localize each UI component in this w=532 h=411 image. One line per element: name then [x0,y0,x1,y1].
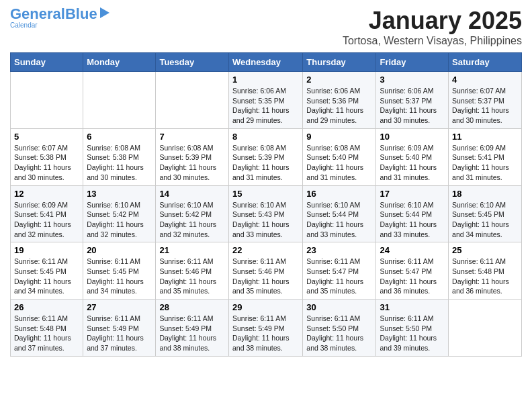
day-number: 1 [232,75,299,85]
calendar-subtitle: Tortosa, Western Visayas, Philippines [343,35,522,47]
day-cell: 4Sunrise: 6:07 AMSunset: 5:37 PMDaylight… [449,72,522,129]
day-number: 2 [306,75,372,85]
day-cell: 11Sunrise: 6:09 AMSunset: 5:41 PMDayligh… [449,128,522,185]
day-detail: Sunrise: 6:11 AMSunset: 5:49 PMDaylight:… [87,314,152,353]
day-number: 8 [232,132,299,142]
header-saturday: Saturday [449,53,522,72]
day-cell: 1Sunrise: 6:06 AMSunset: 5:35 PMDaylight… [228,72,302,129]
header-tuesday: Tuesday [156,53,229,72]
header-thursday: Thursday [303,53,376,72]
day-number: 19 [14,245,79,255]
day-detail: Sunrise: 6:06 AMSunset: 5:37 PMDaylight:… [380,86,445,126]
day-cell: 3Sunrise: 6:06 AMSunset: 5:37 PMDaylight… [376,72,449,129]
day-cell: 15Sunrise: 6:10 AMSunset: 5:43 PMDayligh… [228,185,302,242]
day-cell: 8Sunrise: 6:08 AMSunset: 5:39 PMDaylight… [228,128,302,185]
day-detail: Sunrise: 6:11 AMSunset: 5:49 PMDaylight:… [232,314,299,353]
day-number: 22 [232,245,299,255]
day-detail: Sunrise: 6:08 AMSunset: 5:40 PMDaylight:… [306,143,372,183]
day-detail: Sunrise: 6:11 AMSunset: 5:49 PMDaylight:… [159,314,225,353]
day-cell: 10Sunrise: 6:09 AMSunset: 5:40 PMDayligh… [376,128,449,185]
day-number: 26 [14,302,79,312]
logo-subtitle: Calendar [10,21,38,29]
day-detail: Sunrise: 6:08 AMSunset: 5:39 PMDaylight:… [232,143,299,183]
day-number: 27 [87,302,152,312]
day-cell: 6Sunrise: 6:08 AMSunset: 5:38 PMDaylight… [83,128,156,185]
logo: GeneralBlue Calendar [10,7,111,29]
week-row-5: 26Sunrise: 6:11 AMSunset: 5:48 PMDayligh… [11,300,522,357]
day-detail: Sunrise: 6:06 AMSunset: 5:36 PMDaylight:… [306,86,372,126]
day-cell: 27Sunrise: 6:11 AMSunset: 5:49 PMDayligh… [83,300,156,357]
day-cell: 9Sunrise: 6:08 AMSunset: 5:40 PMDaylight… [303,128,376,185]
day-detail: Sunrise: 6:09 AMSunset: 5:40 PMDaylight:… [380,143,445,183]
day-cell: 26Sunrise: 6:11 AMSunset: 5:48 PMDayligh… [11,300,83,357]
day-number: 11 [452,132,518,142]
day-number: 20 [87,245,152,255]
day-detail: Sunrise: 6:11 AMSunset: 5:46 PMDaylight:… [159,257,225,296]
day-detail: Sunrise: 6:09 AMSunset: 5:41 PMDaylight:… [14,200,79,240]
day-number: 6 [87,132,152,142]
day-detail: Sunrise: 6:06 AMSunset: 5:35 PMDaylight:… [232,86,299,126]
day-detail: Sunrise: 6:07 AMSunset: 5:37 PMDaylight:… [452,86,518,126]
day-number: 18 [452,189,518,199]
day-number: 9 [306,132,372,142]
day-detail: Sunrise: 6:09 AMSunset: 5:41 PMDaylight:… [452,143,518,183]
day-number: 14 [159,189,225,199]
day-number: 16 [306,189,372,199]
logo-text: GeneralBlue [10,7,97,21]
day-detail: Sunrise: 6:11 AMSunset: 5:48 PMDaylight:… [452,257,518,296]
day-cell: 5Sunrise: 6:07 AMSunset: 5:38 PMDaylight… [11,128,83,185]
day-detail: Sunrise: 6:10 AMSunset: 5:43 PMDaylight:… [232,200,299,240]
day-number: 7 [159,132,225,142]
day-number: 5 [14,132,79,142]
day-number: 21 [159,245,225,255]
header-friday: Friday [376,53,449,72]
day-cell: 16Sunrise: 6:10 AMSunset: 5:44 PMDayligh… [303,185,376,242]
day-cell [156,72,229,129]
day-detail: Sunrise: 6:11 AMSunset: 5:47 PMDaylight:… [380,257,445,296]
day-cell: 2Sunrise: 6:06 AMSunset: 5:36 PMDaylight… [303,72,376,129]
day-detail: Sunrise: 6:11 AMSunset: 5:45 PMDaylight:… [87,257,152,296]
header-sunday: Sunday [11,53,83,72]
day-cell: 31Sunrise: 6:11 AMSunset: 5:50 PMDayligh… [376,300,449,357]
header-monday: Monday [83,53,156,72]
day-detail: Sunrise: 6:10 AMSunset: 5:42 PMDaylight:… [87,200,152,240]
day-cell: 14Sunrise: 6:10 AMSunset: 5:42 PMDayligh… [156,185,229,242]
day-number: 3 [380,75,445,85]
day-cell: 29Sunrise: 6:11 AMSunset: 5:49 PMDayligh… [228,300,302,357]
day-detail: Sunrise: 6:08 AMSunset: 5:39 PMDaylight:… [159,143,225,183]
day-detail: Sunrise: 6:11 AMSunset: 5:50 PMDaylight:… [380,314,445,353]
week-row-3: 12Sunrise: 6:09 AMSunset: 5:41 PMDayligh… [11,185,522,242]
day-cell: 13Sunrise: 6:10 AMSunset: 5:42 PMDayligh… [83,185,156,242]
day-detail: Sunrise: 6:11 AMSunset: 5:50 PMDaylight:… [306,314,372,353]
day-cell: 20Sunrise: 6:11 AMSunset: 5:45 PMDayligh… [83,242,156,300]
day-number: 29 [232,302,299,312]
day-number: 13 [87,189,152,199]
day-cell: 18Sunrise: 6:10 AMSunset: 5:45 PMDayligh… [449,185,522,242]
day-detail: Sunrise: 6:10 AMSunset: 5:44 PMDaylight:… [306,200,372,240]
day-cell [11,72,83,129]
day-detail: Sunrise: 6:10 AMSunset: 5:45 PMDaylight:… [452,200,518,240]
day-cell: 24Sunrise: 6:11 AMSunset: 5:47 PMDayligh… [376,242,449,300]
day-number: 23 [306,245,372,255]
day-detail: Sunrise: 6:11 AMSunset: 5:46 PMDaylight:… [232,257,299,296]
day-number: 17 [380,189,445,199]
svg-marker-0 [100,7,109,18]
header-row: SundayMondayTuesdayWednesdayThursdayFrid… [11,53,522,72]
day-number: 30 [306,302,372,312]
day-number: 12 [14,189,79,199]
day-cell [449,300,522,357]
day-detail: Sunrise: 6:10 AMSunset: 5:42 PMDaylight:… [159,200,225,240]
header-wednesday: Wednesday [228,53,302,72]
day-detail: Sunrise: 6:11 AMSunset: 5:45 PMDaylight:… [14,257,79,296]
page-header: GeneralBlue Calendar January 2025 Tortos… [10,7,522,47]
week-row-2: 5Sunrise: 6:07 AMSunset: 5:38 PMDaylight… [11,128,522,185]
day-cell: 28Sunrise: 6:11 AMSunset: 5:49 PMDayligh… [156,300,229,357]
week-row-4: 19Sunrise: 6:11 AMSunset: 5:45 PMDayligh… [11,242,522,300]
day-number: 4 [452,75,518,85]
day-detail: Sunrise: 6:10 AMSunset: 5:44 PMDaylight:… [380,200,445,240]
calendar-title: January 2025 [343,7,522,35]
day-cell: 23Sunrise: 6:11 AMSunset: 5:47 PMDayligh… [303,242,376,300]
day-number: 24 [380,245,445,255]
day-cell: 19Sunrise: 6:11 AMSunset: 5:45 PMDayligh… [11,242,83,300]
day-number: 28 [159,302,225,312]
